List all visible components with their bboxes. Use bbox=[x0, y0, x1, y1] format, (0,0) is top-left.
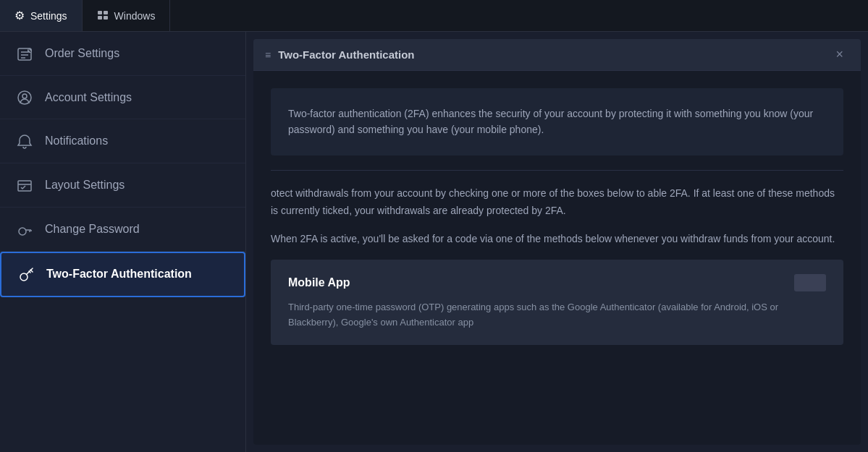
sidebar-item-change-password-label: Change Password bbox=[45, 223, 140, 236]
sidebar-item-two-factor-auth-label: Two-Factor Authentication bbox=[46, 268, 192, 281]
svg-point-11 bbox=[22, 94, 27, 98]
sidebar: Order Settings Account Settings Notifica… bbox=[0, 32, 246, 452]
sidebar-item-order-settings[interactable]: Order Settings bbox=[0, 32, 245, 76]
when-text: When 2FA is active, you'll be asked for … bbox=[271, 231, 843, 248]
main-layout: Order Settings Account Settings Notifica… bbox=[0, 32, 868, 452]
hamburger-icon[interactable]: ≡ bbox=[265, 49, 271, 61]
svg-point-14 bbox=[19, 228, 26, 235]
key-icon bbox=[16, 266, 36, 283]
info-box: Two-factor authentication (2FA) enhances… bbox=[271, 88, 843, 155]
sidebar-item-notifications[interactable]: Notifications bbox=[0, 119, 245, 163]
bell-icon bbox=[14, 132, 35, 150]
sidebar-item-two-factor-auth[interactable]: Two-Factor Authentication bbox=[0, 252, 245, 298]
settings-icon: ⚙ bbox=[14, 9, 25, 22]
panel-header: ≡ Two-Factor Authentication × bbox=[253, 39, 861, 71]
close-icon[interactable]: × bbox=[830, 44, 849, 65]
content-area: ≡ Two-Factor Authentication × Two-factor… bbox=[246, 32, 868, 452]
sidebar-item-account-settings[interactable]: Account Settings bbox=[0, 76, 245, 120]
mobile-app-box: Mobile App Third-party one-time password… bbox=[271, 260, 843, 345]
svg-rect-3 bbox=[104, 16, 108, 20]
sidebar-item-layout-settings-label: Layout Settings bbox=[45, 179, 125, 192]
sidebar-item-order-settings-label: Order Settings bbox=[45, 47, 119, 60]
sidebar-item-account-settings-label: Account Settings bbox=[45, 91, 132, 104]
mobile-app-header: Mobile App bbox=[288, 274, 826, 291]
panel-body: Two-factor authentication (2FA) enhances… bbox=[253, 71, 861, 445]
windows-icon bbox=[97, 9, 109, 22]
order-settings-icon bbox=[14, 45, 35, 62]
sidebar-item-layout-settings[interactable]: Layout Settings bbox=[0, 163, 245, 208]
layout-settings-icon bbox=[14, 176, 35, 194]
info-text: Two-factor authentication (2FA) enhances… bbox=[288, 106, 826, 138]
protect-text: otect withdrawals from your account by c… bbox=[271, 185, 843, 220]
svg-rect-2 bbox=[98, 16, 102, 20]
mobile-app-toggle[interactable] bbox=[794, 274, 826, 291]
sidebar-item-notifications-label: Notifications bbox=[45, 135, 108, 148]
svg-rect-0 bbox=[98, 11, 102, 14]
password-icon bbox=[14, 221, 35, 238]
divider bbox=[271, 170, 843, 171]
account-settings-icon bbox=[14, 89, 35, 106]
mobile-app-desc: Third-party one-time password (OTP) gene… bbox=[288, 300, 826, 331]
svg-rect-1 bbox=[104, 11, 108, 14]
mobile-app-title: Mobile App bbox=[288, 276, 350, 289]
top-bar: ⚙ Settings Windows bbox=[0, 0, 868, 32]
tab-settings-label: Settings bbox=[30, 10, 67, 22]
sidebar-item-change-password[interactable]: Change Password bbox=[0, 208, 245, 252]
tab-windows[interactable]: Windows bbox=[83, 0, 171, 31]
panel-title: Two-Factor Authentication bbox=[278, 48, 830, 61]
panel: ≡ Two-Factor Authentication × Two-factor… bbox=[253, 39, 861, 445]
tab-windows-label: Windows bbox=[114, 10, 156, 22]
tab-settings[interactable]: ⚙ Settings bbox=[0, 0, 83, 31]
